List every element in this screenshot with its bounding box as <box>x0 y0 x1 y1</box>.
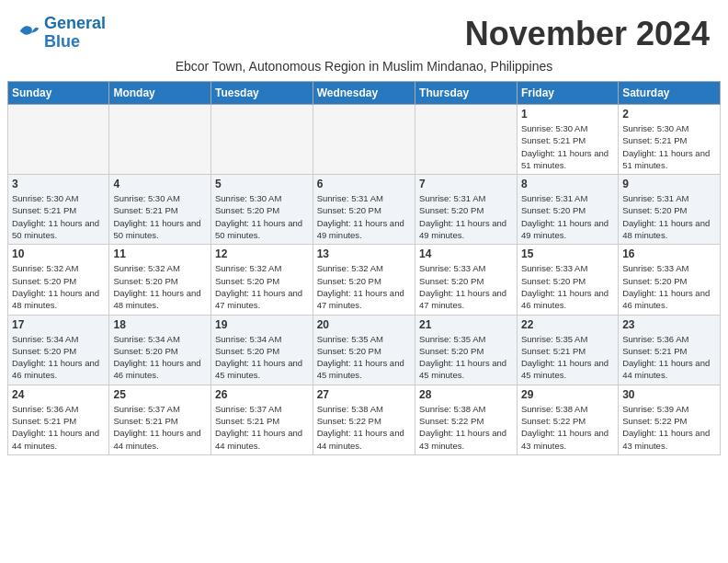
day-info: Sunrise: 5:31 AM Sunset: 5:20 PM Dayligh… <box>419 192 513 241</box>
day-number: 16 <box>622 247 716 260</box>
calendar-cell: 1Sunrise: 5:30 AM Sunset: 5:21 PM Daylig… <box>517 105 618 175</box>
day-info: Sunrise: 5:35 AM Sunset: 5:21 PM Dayligh… <box>521 333 614 382</box>
day-info: Sunrise: 5:33 AM Sunset: 5:20 PM Dayligh… <box>521 262 614 311</box>
calendar-cell <box>211 105 313 175</box>
calendar-cell: 11Sunrise: 5:32 AM Sunset: 5:20 PM Dayli… <box>109 245 211 315</box>
calendar-cell: 10Sunrise: 5:32 AM Sunset: 5:20 PM Dayli… <box>8 245 109 315</box>
day-number: 4 <box>113 178 207 190</box>
calendar-body: 1Sunrise: 5:30 AM Sunset: 5:21 PM Daylig… <box>8 105 721 455</box>
day-info: Sunrise: 5:35 AM Sunset: 5:20 PM Dayligh… <box>317 333 411 382</box>
day-info: Sunrise: 5:38 AM Sunset: 5:22 PM Dayligh… <box>521 403 614 452</box>
day-number: 19 <box>215 318 309 331</box>
day-number: 2 <box>622 108 716 121</box>
day-number: 14 <box>419 247 513 260</box>
calendar-subtitle: Ebcor Town, Autonomous Region in Muslim … <box>0 57 728 81</box>
day-number: 1 <box>521 108 614 121</box>
calendar-cell: 30Sunrise: 5:39 AM Sunset: 5:22 PM Dayli… <box>619 385 721 454</box>
day-info: Sunrise: 5:37 AM Sunset: 5:21 PM Dayligh… <box>113 403 207 452</box>
logo: General Blue <box>18 15 106 52</box>
calendar-cell: 14Sunrise: 5:33 AM Sunset: 5:20 PM Dayli… <box>415 245 518 315</box>
day-info: Sunrise: 5:38 AM Sunset: 5:22 PM Dayligh… <box>419 403 513 452</box>
day-info: Sunrise: 5:34 AM Sunset: 5:20 PM Dayligh… <box>113 333 207 382</box>
calendar-cell <box>415 105 518 175</box>
day-info: Sunrise: 5:37 AM Sunset: 5:21 PM Dayligh… <box>215 403 309 452</box>
calendar-cell: 6Sunrise: 5:31 AM Sunset: 5:20 PM Daylig… <box>313 175 415 245</box>
weekday-friday: Friday <box>517 82 618 105</box>
weekday-tuesday: Tuesday <box>211 82 313 105</box>
day-info: Sunrise: 5:32 AM Sunset: 5:20 PM Dayligh… <box>113 262 207 311</box>
calendar-cell: 4Sunrise: 5:30 AM Sunset: 5:21 PM Daylig… <box>109 175 211 245</box>
day-info: Sunrise: 5:30 AM Sunset: 5:21 PM Dayligh… <box>12 192 105 241</box>
calendar-cell: 23Sunrise: 5:36 AM Sunset: 5:21 PM Dayli… <box>619 315 721 385</box>
day-info: Sunrise: 5:30 AM Sunset: 5:21 PM Dayligh… <box>521 122 614 171</box>
day-number: 29 <box>521 388 614 401</box>
day-number: 11 <box>113 247 207 260</box>
logo-text: General Blue <box>44 15 106 52</box>
day-number: 7 <box>419 178 513 190</box>
calendar-cell <box>109 105 211 175</box>
week-row-4: 17Sunrise: 5:34 AM Sunset: 5:20 PM Dayli… <box>8 315 721 385</box>
day-info: Sunrise: 5:32 AM Sunset: 5:20 PM Dayligh… <box>215 262 309 311</box>
calendar-cell <box>313 105 415 175</box>
day-info: Sunrise: 5:34 AM Sunset: 5:20 PM Dayligh… <box>12 333 105 382</box>
calendar-cell: 27Sunrise: 5:38 AM Sunset: 5:22 PM Dayli… <box>313 385 415 454</box>
day-info: Sunrise: 5:39 AM Sunset: 5:22 PM Dayligh… <box>622 403 716 452</box>
day-number: 8 <box>521 178 614 190</box>
day-number: 15 <box>521 247 614 260</box>
week-row-1: 1Sunrise: 5:30 AM Sunset: 5:21 PM Daylig… <box>8 105 721 175</box>
weekday-wednesday: Wednesday <box>313 82 415 105</box>
weekday-header-row: SundayMondayTuesdayWednesdayThursdayFrid… <box>8 82 721 105</box>
day-number: 6 <box>317 178 411 190</box>
calendar-cell: 28Sunrise: 5:38 AM Sunset: 5:22 PM Dayli… <box>415 385 518 454</box>
day-number: 25 <box>113 388 207 401</box>
calendar-cell: 24Sunrise: 5:36 AM Sunset: 5:21 PM Dayli… <box>8 385 109 454</box>
logo-bird-icon <box>18 22 40 40</box>
calendar-cell: 29Sunrise: 5:38 AM Sunset: 5:22 PM Dayli… <box>517 385 618 454</box>
day-number: 22 <box>521 318 614 331</box>
day-number: 12 <box>215 247 309 260</box>
day-number: 18 <box>113 318 207 331</box>
week-row-3: 10Sunrise: 5:32 AM Sunset: 5:20 PM Dayli… <box>8 245 721 315</box>
day-info: Sunrise: 5:31 AM Sunset: 5:20 PM Dayligh… <box>317 192 411 241</box>
calendar-cell: 13Sunrise: 5:32 AM Sunset: 5:20 PM Dayli… <box>313 245 415 315</box>
day-number: 26 <box>215 388 309 401</box>
day-info: Sunrise: 5:31 AM Sunset: 5:20 PM Dayligh… <box>622 192 716 241</box>
calendar-cell: 8Sunrise: 5:31 AM Sunset: 5:20 PM Daylig… <box>517 175 618 245</box>
calendar-cell <box>8 105 109 175</box>
page-header: General Blue November 2024 <box>0 0 728 57</box>
day-number: 27 <box>317 388 411 401</box>
day-number: 10 <box>12 247 105 260</box>
calendar-cell: 12Sunrise: 5:32 AM Sunset: 5:20 PM Dayli… <box>211 245 313 315</box>
day-info: Sunrise: 5:31 AM Sunset: 5:20 PM Dayligh… <box>521 192 614 241</box>
calendar-cell: 3Sunrise: 5:30 AM Sunset: 5:21 PM Daylig… <box>8 175 109 245</box>
day-number: 24 <box>12 388 105 401</box>
calendar-cell: 21Sunrise: 5:35 AM Sunset: 5:20 PM Dayli… <box>415 315 518 385</box>
day-number: 20 <box>317 318 411 331</box>
day-number: 3 <box>12 178 105 190</box>
day-info: Sunrise: 5:33 AM Sunset: 5:20 PM Dayligh… <box>622 262 716 311</box>
calendar-cell: 19Sunrise: 5:34 AM Sunset: 5:20 PM Dayli… <box>211 315 313 385</box>
day-info: Sunrise: 5:33 AM Sunset: 5:20 PM Dayligh… <box>419 262 513 311</box>
week-row-2: 3Sunrise: 5:30 AM Sunset: 5:21 PM Daylig… <box>8 175 721 245</box>
calendar-cell: 5Sunrise: 5:30 AM Sunset: 5:20 PM Daylig… <box>211 175 313 245</box>
day-info: Sunrise: 5:36 AM Sunset: 5:21 PM Dayligh… <box>12 403 105 452</box>
weekday-sunday: Sunday <box>8 82 109 105</box>
day-info: Sunrise: 5:30 AM Sunset: 5:20 PM Dayligh… <box>215 192 309 241</box>
calendar-cell: 20Sunrise: 5:35 AM Sunset: 5:20 PM Dayli… <box>313 315 415 385</box>
day-info: Sunrise: 5:32 AM Sunset: 5:20 PM Dayligh… <box>317 262 411 311</box>
calendar-cell: 18Sunrise: 5:34 AM Sunset: 5:20 PM Dayli… <box>109 315 211 385</box>
day-info: Sunrise: 5:38 AM Sunset: 5:22 PM Dayligh… <box>317 403 411 452</box>
day-info: Sunrise: 5:32 AM Sunset: 5:20 PM Dayligh… <box>12 262 105 311</box>
day-info: Sunrise: 5:34 AM Sunset: 5:20 PM Dayligh… <box>215 333 309 382</box>
day-number: 5 <box>215 178 309 190</box>
weekday-monday: Monday <box>109 82 211 105</box>
week-row-5: 24Sunrise: 5:36 AM Sunset: 5:21 PM Dayli… <box>8 385 721 454</box>
day-number: 30 <box>622 388 716 401</box>
calendar-container: SundayMondayTuesdayWednesdayThursdayFrid… <box>0 81 728 463</box>
day-number: 23 <box>622 318 716 331</box>
day-info: Sunrise: 5:36 AM Sunset: 5:21 PM Dayligh… <box>622 333 716 382</box>
calendar-cell: 17Sunrise: 5:34 AM Sunset: 5:20 PM Dayli… <box>8 315 109 385</box>
calendar-header: SundayMondayTuesdayWednesdayThursdayFrid… <box>8 82 721 105</box>
calendar-cell: 9Sunrise: 5:31 AM Sunset: 5:20 PM Daylig… <box>619 175 721 245</box>
month-title: November 2024 <box>465 15 710 53</box>
